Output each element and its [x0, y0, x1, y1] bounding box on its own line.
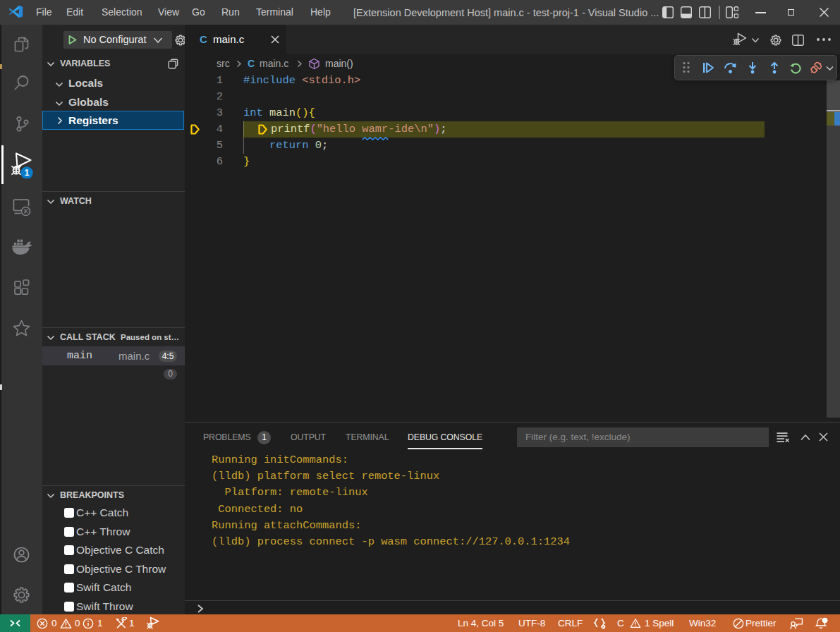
svg-text:1: 1 [25, 168, 30, 178]
